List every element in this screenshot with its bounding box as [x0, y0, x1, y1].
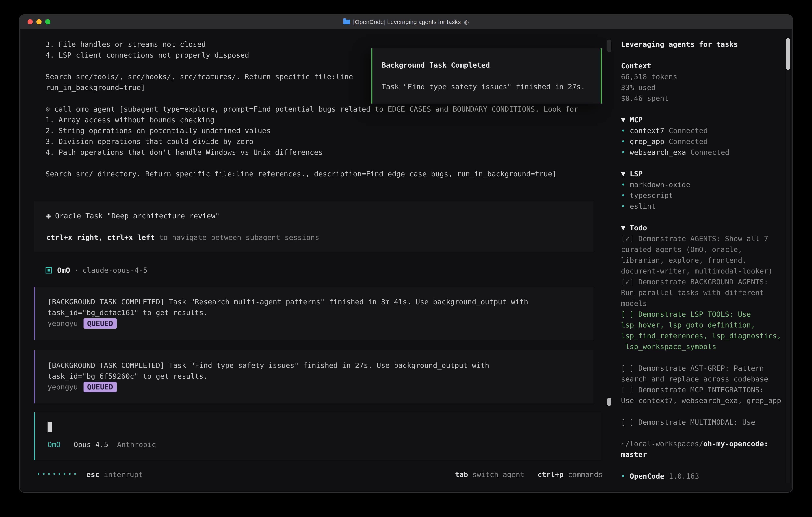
- terminal-line: 4. Path operations that don't handle Win…: [34, 147, 613, 158]
- window-title-text: [OpenCode] Leveraging agents for tasks: [353, 19, 461, 25]
- app-window: [OpenCode] Leveraging agents for tasks ◐…: [19, 15, 793, 493]
- provider-label: Anthropic: [117, 440, 156, 448]
- traffic-lights: [28, 19, 50, 24]
- todo-item: [✓] Demonstrate BACKGROUND AGENTS: Run p…: [621, 276, 783, 309]
- screen: [OpenCode] Leveraging agents for tasks ◐…: [0, 0, 812, 517]
- prompt-input[interactable]: OmO Opus 4.5 Anthropic: [34, 412, 601, 460]
- context-section-header: Context: [621, 60, 783, 71]
- bullet-icon: •: [621, 148, 626, 156]
- lsp-item: •eslint: [621, 201, 783, 212]
- sidebar: Leveraging agents for tasks Context 66,5…: [613, 29, 792, 493]
- main-scrollbar-thumb[interactable]: [607, 398, 611, 406]
- agent-square-icon: [46, 267, 52, 273]
- app-name: OpenCode: [630, 472, 664, 480]
- titlebar[interactable]: [OpenCode] Leveraging agents for tasks ◐: [20, 15, 792, 29]
- mcp-name: websearch_exa: [630, 148, 686, 156]
- sidebar-scrollbar-track[interactable]: [786, 38, 790, 483]
- mcp-name: context7: [630, 126, 664, 135]
- window-body: 3. File handles or streams not closed 4.…: [20, 29, 792, 493]
- input-footer: OmO Opus 4.5 Anthropic: [48, 439, 601, 450]
- workspace-branch: master: [621, 449, 783, 460]
- bullet-icon: •: [621, 472, 626, 480]
- notification-body: Task "Find type safety issues" finished …: [382, 81, 592, 92]
- notification-title: Background Task Completed: [382, 60, 592, 71]
- close-button[interactable]: [28, 19, 33, 24]
- bullet-icon: •: [621, 191, 626, 199]
- message-author: yeongyu: [48, 383, 78, 391]
- maximize-button[interactable]: [45, 19, 50, 24]
- mcp-name: grep_app: [630, 137, 664, 145]
- agent-name: OmO: [57, 265, 70, 275]
- record-icon: ◉: [46, 212, 51, 220]
- oracle-task-panel: ◉Oracle Task "Deep architecture review" …: [34, 201, 593, 252]
- mcp-header-label: MCP: [630, 115, 643, 124]
- gear-icon: ⚙: [46, 105, 50, 113]
- workspace-path: ~/local-workspaces/oh-my-opencode:: [621, 438, 783, 449]
- lsp-section-header[interactable]: ▼LSP: [621, 168, 783, 179]
- session-title: Leveraging agents for tasks: [621, 39, 783, 50]
- bullet-icon: •: [621, 202, 626, 210]
- active-agent-label: OmO: [48, 440, 61, 448]
- main-terminal-pane: 3. File handles or streams not closed 4.…: [20, 29, 613, 493]
- status-left: •••••••• esc interrupt: [37, 469, 143, 480]
- lsp-header-label: LSP: [630, 169, 643, 178]
- esc-key-hint: esc: [87, 469, 99, 480]
- chevron-down-icon: ▼: [621, 169, 626, 178]
- queued-badge: QUEUED: [84, 318, 117, 329]
- tab-key-hint: tab: [455, 469, 468, 480]
- lsp-item: •typescript: [621, 190, 783, 201]
- mcp-status: Connected: [669, 126, 708, 135]
- app-version: 1.0.163: [669, 472, 699, 480]
- active-model-label: Opus 4.5: [74, 440, 108, 448]
- message-line: [BACKGROUND TASK COMPLETED] Task "Find t…: [48, 360, 584, 371]
- todo-item: [ ] Demonstrate MULTIMODAL: Use: [621, 417, 783, 428]
- bullet-icon: •: [621, 180, 626, 189]
- sidebar-scrollbar-thumb[interactable]: [786, 38, 790, 70]
- oracle-task-title-row: ◉Oracle Task "Deep architecture review": [46, 210, 584, 221]
- lsp-name: typescript: [630, 191, 673, 199]
- window-title: [OpenCode] Leveraging agents for tasks ◐: [343, 19, 469, 25]
- context-tokens: 66,518 tokens: [621, 71, 783, 82]
- ctrlp-key-hint: ctrl+p: [538, 469, 563, 480]
- mcp-section-header[interactable]: ▼MCP: [621, 114, 783, 125]
- todo-item: [✓] Demonstrate AGENTS: Show all 7 curat…: [621, 233, 783, 276]
- lsp-name: eslint: [630, 202, 656, 210]
- hint-keys: ctrl+x right, ctrl+x left: [46, 233, 155, 242]
- message-meta: yeongyuQUEUED: [48, 381, 584, 392]
- background-task-message: [BACKGROUND TASK COMPLETED] Task "Find t…: [34, 350, 593, 404]
- mcp-item: •websearch_exaConnected: [621, 147, 783, 158]
- status-right: tab switch agent ctrl+p commands: [455, 469, 603, 480]
- mcp-status: Connected: [669, 137, 708, 145]
- esc-key-label: interrupt: [104, 469, 143, 480]
- terminal-line: Search src/ directory. Return specific f…: [34, 168, 613, 179]
- lsp-name: markdown-oxide: [630, 180, 690, 189]
- terminal-line: 3. Division operations that could divide…: [34, 136, 613, 147]
- oracle-navigation-hint: ctrl+x right, ctrl+x leftto navigate bet…: [46, 232, 584, 243]
- context-spent: $0.46 spent: [621, 93, 783, 104]
- message-line: task_id="bg_dcfac161" to get results.: [48, 307, 584, 318]
- spinner-icon: ••••••••: [37, 469, 79, 480]
- tab-key-label: switch agent: [472, 469, 524, 480]
- minimize-button[interactable]: [36, 19, 41, 24]
- oracle-task-title: Oracle Task "Deep architecture review": [55, 212, 220, 220]
- mcp-item: •context7Connected: [621, 125, 783, 136]
- todo-header-label: Todo: [630, 223, 647, 232]
- mcp-item: •grep_appConnected: [621, 136, 783, 147]
- text-cursor: [48, 422, 52, 432]
- chevron-down-icon: ▼: [621, 115, 626, 124]
- chevron-down-icon: ▼: [621, 223, 626, 232]
- hint-text: to navigate between subagent sessions: [159, 233, 319, 242]
- terminal-line: 3. File handles or streams not closed: [34, 39, 613, 50]
- main-scrollbar-segment[interactable]: [607, 39, 611, 52]
- workspace-name: oh-my-opencode:: [703, 439, 768, 448]
- agent-model: claude-opus-4-5: [83, 265, 147, 275]
- terminal-line: 2. String operations on potentially unde…: [34, 125, 613, 136]
- separator-dot: ·: [74, 265, 79, 275]
- todo-item: [ ] Demonstrate MCP INTEGRATIONS: Use co…: [621, 384, 783, 406]
- agent-header: OmO · claude-opus-4-5: [34, 265, 613, 275]
- bullet-icon: •: [621, 126, 626, 135]
- message-meta: yeongyuQUEUED: [48, 318, 584, 329]
- background-task-notification: Background Task Completed Task "Find typ…: [371, 48, 602, 104]
- todo-section-header[interactable]: ▼Todo: [621, 222, 783, 233]
- message-line: [BACKGROUND TASK COMPLETED] Task "Resear…: [48, 296, 584, 307]
